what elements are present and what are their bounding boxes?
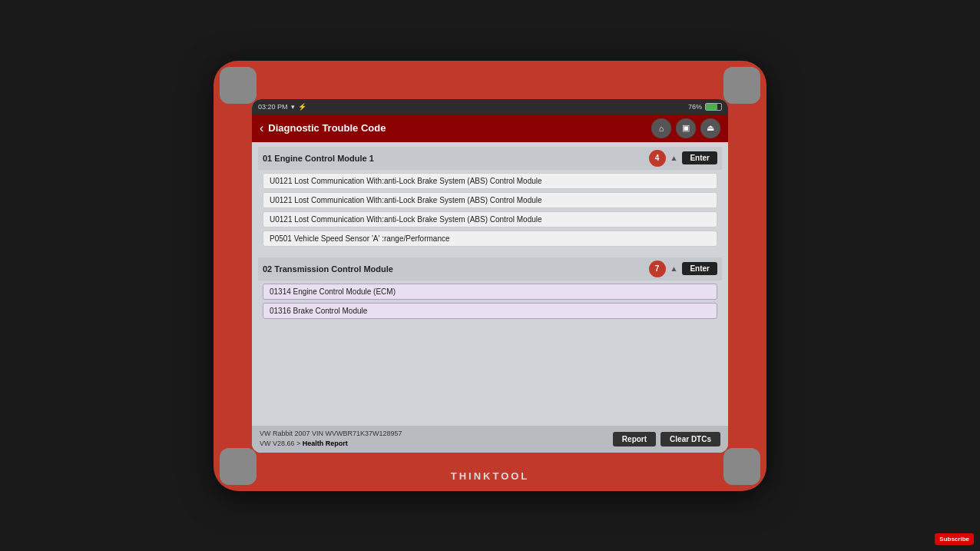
status-left: 03:20 PM ▾ ⚡ xyxy=(258,103,306,111)
footer-buttons: Report Clear DTCs xyxy=(613,432,720,446)
expand-arrow-02[interactable]: ▲ xyxy=(670,264,678,273)
dtc-item[interactable]: P0501 Vehicle Speed Sensor 'A' :range/Pe… xyxy=(263,231,717,247)
software-version: VW V28.66 > xyxy=(260,440,303,447)
print-icon: ▣ xyxy=(682,123,690,133)
header-left: ‹ Diagnostic Trouble Code xyxy=(260,121,386,135)
exit-button[interactable]: ⏏ xyxy=(700,118,720,138)
corner-bumper-bl xyxy=(220,448,257,485)
battery-percent: 76% xyxy=(688,103,702,111)
vehicle-line1: VW Rabbit 2007 VIN WVWBR71K37W128957 xyxy=(260,429,402,440)
dtc-item-ecm[interactable]: 01314 Engine Control Module (ECM) xyxy=(263,284,717,300)
dropdown-icon: ▾ xyxy=(291,103,295,111)
module-name-01: 01 Engine Control Module 1 xyxy=(263,154,374,163)
module-name-02: 02 Transmission Control Module xyxy=(263,264,393,274)
corner-bumper-tr xyxy=(723,67,760,104)
screen: 03:20 PM ▾ ⚡ 76% ‹ Diagnost xyxy=(252,99,728,453)
dtc-badge-01: 4 xyxy=(649,150,666,167)
dtc-item[interactable]: U0121 Lost Communication With:anti-Lock … xyxy=(263,192,717,208)
home-button[interactable]: ⌂ xyxy=(651,118,671,138)
expand-arrow-01[interactable]: ▲ xyxy=(670,154,678,162)
usb-icon: ⚡ xyxy=(298,103,306,111)
status-bar: 03:20 PM ▾ ⚡ 76% xyxy=(252,99,728,115)
health-report-link[interactable]: Health Report xyxy=(303,440,348,447)
module-header-01: 01 Engine Control Module 1 4 ▲ Enter xyxy=(258,147,722,170)
dtc-list-01: U0121 Lost Communication With:anti-Lock … xyxy=(258,170,722,250)
corner-bumper-tl xyxy=(220,67,257,104)
header-icons: ⌂ ▣ ⏏ xyxy=(651,118,720,138)
module-controls-02: 7 ▲ Enter xyxy=(649,261,717,277)
enter-button-01[interactable]: Enter xyxy=(682,151,717,164)
module-section-02: 02 Transmission Control Module 7 ▲ Enter… xyxy=(258,257,722,322)
vehicle-info: VW Rabbit 2007 VIN WVWBR71K37W128957 VW … xyxy=(260,429,402,450)
page-title: Diagnostic Trouble Code xyxy=(268,122,386,134)
dtc-list-02: 01314 Engine Control Module (ECM) 01316 … xyxy=(258,280,722,322)
module-header-02: 02 Transmission Control Module 7 ▲ Enter xyxy=(258,257,722,280)
app-header: ‹ Diagnostic Trouble Code ⌂ ▣ ⏏ xyxy=(252,115,728,142)
battery-indicator xyxy=(705,103,722,111)
dtc-item[interactable]: U0121 Lost Communication With:anti-Lock … xyxy=(263,211,717,227)
youtube-subscribe-badge[interactable]: Subscribe xyxy=(935,533,974,545)
module-section-01: 01 Engine Control Module 1 4 ▲ Enter U01… xyxy=(258,147,722,250)
home-icon: ⌂ xyxy=(659,124,664,133)
corner-bumper-br xyxy=(723,448,760,485)
clear-dtcs-button[interactable]: Clear DTCs xyxy=(661,432,720,446)
print-button[interactable]: ▣ xyxy=(676,118,696,138)
report-button[interactable]: Report xyxy=(613,432,656,446)
module-controls-01: 4 ▲ Enter xyxy=(649,150,717,167)
vehicle-line2: VW V28.66 > Health Report xyxy=(260,439,402,450)
battery-fill xyxy=(706,104,717,110)
brand-label: THINKTOOL xyxy=(451,470,530,482)
enter-button-02[interactable]: Enter xyxy=(682,262,717,275)
footer: VW Rabbit 2007 VIN WVWBR71K37W128957 VW … xyxy=(252,426,728,453)
main-content: 01 Engine Control Module 1 4 ▲ Enter U01… xyxy=(252,142,728,426)
exit-icon: ⏏ xyxy=(707,123,714,133)
tablet-device: THINKTOOL 03:20 PM ▾ ⚡ 76% xyxy=(214,61,766,491)
status-right: 76% xyxy=(688,103,722,111)
dtc-badge-02: 7 xyxy=(649,261,666,277)
dtc-item[interactable]: U0121 Lost Communication With:anti-Lock … xyxy=(263,173,717,189)
dtc-item-brake[interactable]: 01316 Brake Control Module xyxy=(263,303,717,319)
screen-bezel: 03:20 PM ▾ ⚡ 76% ‹ Diagnost xyxy=(252,99,728,453)
time-display: 03:20 PM xyxy=(258,103,288,111)
back-button[interactable]: ‹ xyxy=(260,121,263,135)
